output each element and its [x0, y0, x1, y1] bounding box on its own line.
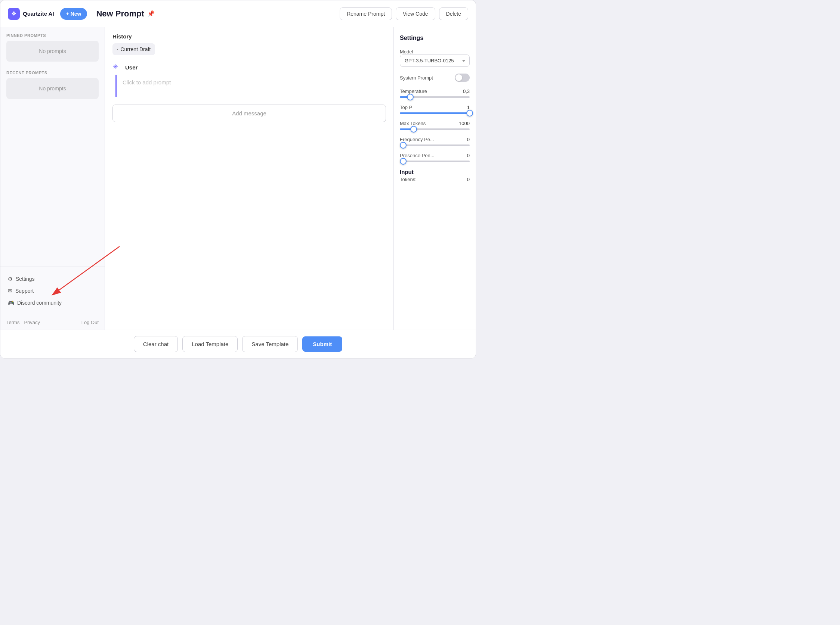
- frequency-penalty-setting: Frequency Pe... 0: [400, 137, 470, 146]
- model-setting: Model GPT-3.5-TURBO-0125GPT-4GPT-4-TURBO…: [400, 49, 470, 67]
- temperature-value: 0,3: [463, 89, 470, 94]
- user-asterisk-icon: ✳: [112, 63, 122, 72]
- top-p-slider-fill: [400, 112, 470, 114]
- tokens-value: 0: [467, 177, 470, 182]
- presence-penalty-label: Presence Pen...: [400, 153, 435, 158]
- settings-panel-title: Settings: [400, 35, 470, 42]
- discord-icon: 🎮: [8, 300, 14, 306]
- max-tokens-label: Max Tokens: [400, 121, 425, 126]
- header-actions: Rename Prompt View Code Delete: [340, 8, 468, 20]
- pin-icon[interactable]: 📌: [147, 10, 155, 17]
- max-tokens-slider-track[interactable]: [400, 128, 470, 130]
- support-icon: ✉: [8, 288, 12, 294]
- header: ❖ Quartzite AI + New New Prompt 📌 Rename…: [0, 0, 476, 27]
- rename-prompt-button[interactable]: Rename Prompt: [340, 8, 392, 20]
- frequency-penalty-label: Frequency Pe...: [400, 137, 434, 142]
- presence-penalty-slider-track[interactable]: [400, 160, 470, 162]
- sidebar-item-settings[interactable]: ⚙ Settings: [6, 273, 99, 285]
- chat-area: History · Current Draft ✳ User Click to …: [105, 27, 393, 330]
- save-template-button[interactable]: Save Template: [242, 336, 298, 352]
- log-out-link[interactable]: Log Out: [81, 320, 99, 325]
- system-prompt-setting: System Prompt: [400, 73, 470, 82]
- message-content-area[interactable]: Click to add prompt: [115, 75, 386, 97]
- recent-section-title: RECENT PROMPTS: [6, 71, 99, 75]
- bottom-bar: Clear chat Load Template Save Template S…: [0, 330, 476, 358]
- model-label: Model: [400, 49, 470, 54]
- privacy-link[interactable]: Privacy: [24, 320, 40, 325]
- pinned-prompts-section: PINNED PROMPTS No prompts: [0, 27, 104, 65]
- sidebar-item-support[interactable]: ✉ Support: [6, 285, 99, 297]
- add-message-button[interactable]: Add message: [112, 104, 386, 122]
- settings-label: Settings: [16, 276, 35, 282]
- top-p-slider-thumb[interactable]: [466, 110, 473, 117]
- discord-label: Discord community: [17, 300, 62, 306]
- presence-penalty-value: 0: [467, 153, 470, 158]
- history-current-draft[interactable]: · Current Draft: [112, 43, 155, 55]
- page-title: New Prompt 📌: [96, 9, 340, 19]
- message-placeholder[interactable]: Click to add prompt: [123, 79, 171, 86]
- message-block: ✳ User Click to add prompt: [112, 63, 386, 97]
- top-p-slider-track[interactable]: [400, 112, 470, 114]
- pinned-section-title: PINNED PROMPTS: [6, 33, 99, 38]
- new-button[interactable]: + New: [60, 8, 87, 20]
- toggle-knob: [455, 74, 462, 81]
- message-header: ✳ User: [112, 63, 386, 72]
- frequency-penalty-slider-track[interactable]: [400, 145, 470, 146]
- view-code-button[interactable]: View Code: [396, 8, 435, 20]
- max-tokens-setting: Max Tokens 1000: [400, 121, 470, 130]
- temperature-slider-track[interactable]: [400, 96, 470, 98]
- frequency-penalty-slider-thumb[interactable]: [400, 142, 407, 149]
- delete-button[interactable]: Delete: [439, 8, 468, 20]
- system-prompt-label: System Prompt: [400, 75, 433, 81]
- frequency-penalty-value: 0: [467, 137, 470, 142]
- presence-penalty-setting: Presence Pen... 0: [400, 153, 470, 162]
- submit-button[interactable]: Submit: [302, 336, 342, 352]
- sidebar-content: PINNED PROMPTS No prompts RECENT PROMPTS…: [0, 27, 104, 267]
- sidebar-item-discord[interactable]: 🎮 Discord community: [6, 297, 99, 309]
- recent-prompts-section: RECENT PROMPTS No prompts: [0, 65, 104, 102]
- top-p-label: Top P: [400, 104, 412, 110]
- clear-chat-button[interactable]: Clear chat: [134, 336, 178, 352]
- temperature-setting: Temperature 0,3: [400, 89, 470, 98]
- history-item-label: Current Draft: [120, 46, 151, 52]
- terms-link[interactable]: Terms: [6, 320, 19, 325]
- input-section: Input Tokens: 0: [400, 169, 470, 182]
- model-select[interactable]: GPT-3.5-TURBO-0125GPT-4GPT-4-TURBOGPT-4o: [400, 54, 470, 67]
- max-tokens-slider-thumb[interactable]: [410, 126, 417, 132]
- temperature-slider-thumb[interactable]: [407, 94, 414, 100]
- app-name: Quartzite AI: [23, 11, 54, 17]
- settings-panel: Settings Model GPT-3.5-TURBO-0125GPT-4GP…: [393, 27, 476, 330]
- terms-links: Terms Privacy: [6, 320, 40, 325]
- sidebar-footer: ⚙ Settings ✉ Support 🎮 Discord community: [0, 267, 104, 315]
- pinned-empty: No prompts: [6, 41, 99, 62]
- logo-area: ❖ Quartzite AI: [8, 8, 54, 20]
- history-title: History: [112, 33, 386, 40]
- recent-empty: No prompts: [6, 78, 99, 99]
- max-tokens-value: 1000: [459, 121, 470, 126]
- history-dot: ·: [117, 47, 118, 52]
- system-prompt-toggle[interactable]: [455, 73, 470, 82]
- gear-icon: ⚙: [8, 276, 13, 282]
- presence-penalty-slider-thumb[interactable]: [400, 158, 407, 165]
- input-section-title: Input: [400, 169, 470, 175]
- main-content: PINNED PROMPTS No prompts RECENT PROMPTS…: [0, 27, 476, 330]
- sidebar: PINNED PROMPTS No prompts RECENT PROMPTS…: [0, 27, 105, 330]
- support-label: Support: [15, 288, 34, 294]
- message-role: User: [125, 64, 137, 71]
- top-p-value: 1: [467, 104, 470, 110]
- app-logo-icon: ❖: [8, 8, 20, 20]
- chat-messages: ✳ User Click to add prompt Add message: [105, 55, 393, 330]
- load-template-button[interactable]: Load Template: [182, 336, 238, 352]
- tokens-label: Tokens:: [400, 177, 417, 182]
- top-p-setting: Top P 1: [400, 104, 470, 114]
- temperature-label: Temperature: [400, 89, 427, 94]
- terms-row: Terms Privacy Log Out: [0, 315, 104, 330]
- history-bar: History · Current Draft: [105, 27, 393, 55]
